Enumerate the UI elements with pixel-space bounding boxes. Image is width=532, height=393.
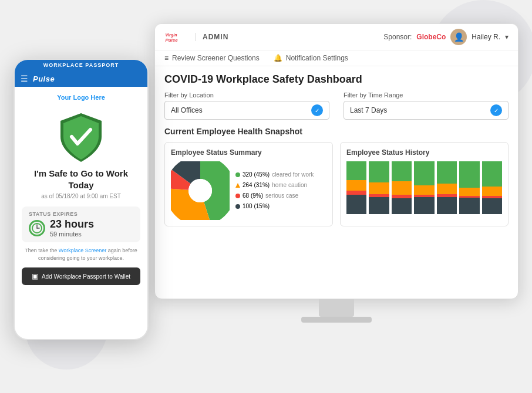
- legend-red-text: 68 (9%): [243, 191, 263, 201]
- hamburger-icon[interactable]: ☰: [21, 74, 28, 83]
- pie-legend: 320 (45%) cleared for work 264 (31%) hom…: [235, 170, 314, 212]
- status-box: STATUS EXPIRES 23 hours 59 minutes: [22, 206, 140, 242]
- nav-screener-label: Review Screener Questions: [172, 54, 260, 62]
- time-dropdown-arrow: ✓: [490, 104, 502, 116]
- wallet-button[interactable]: ▣ Add Workplace Passport to Wallet: [22, 267, 140, 285]
- bar-6: [459, 161, 479, 214]
- time-filter: Filter by Time Range Last 7 Days ✓: [344, 92, 509, 120]
- nav-item-notifications[interactable]: 🔔 Notification Settings: [274, 54, 348, 62]
- bar-1: [346, 161, 366, 214]
- bar-chart-title: Employee Status History: [346, 148, 502, 157]
- location-filter-label: Filter by Location: [164, 92, 329, 99]
- phone-logo: Pulse: [33, 74, 55, 83]
- bar-2: [369, 161, 389, 214]
- wallet-button-label: Add Workplace Passport to Wallet: [42, 273, 130, 280]
- wallet-icon: ▣: [32, 272, 38, 280]
- phone-body: Your Logo Here I'm Safe to Go to Work To…: [15, 87, 147, 292]
- dashboard-body: COVID-19 Workplace Safety Dashboard Filt…: [155, 66, 518, 233]
- legend-green-text: 320 (45%): [243, 170, 270, 180]
- nav-notifications-label: Notification Settings: [286, 54, 348, 62]
- bar-chart-card: Employee Status History: [340, 142, 509, 226]
- legend-dark-text: 100 (15%): [243, 201, 270, 212]
- desktop-monitor: Virgin Pulse ADMIN Sponsor: GlobeCo 👤 Ha…: [154, 23, 518, 328]
- dashboard-nav: ≡ Review Screener Questions 🔔 Notificati…: [155, 50, 518, 66]
- monitor-base: [301, 317, 372, 323]
- red-dot: [235, 194, 240, 198]
- legend-orange: 264 (31%) home caution: [235, 180, 314, 191]
- status-minutes: 59 minutes: [50, 231, 94, 238]
- location-filter-value: All Offices: [171, 106, 203, 114]
- snapshot-title: Current Employee Health Snapshot: [164, 127, 509, 136]
- phone-status-bar: WORKPLACE PASSPORT: [15, 60, 147, 70]
- dashboard-header: Virgin Pulse ADMIN Sponsor: GlobeCo 👤 Ha…: [155, 24, 518, 50]
- bell-icon: 🔔: [274, 54, 282, 62]
- user-avatar: 👤: [450, 29, 467, 45]
- dropdown-arrow[interactable]: ▾: [505, 33, 509, 41]
- legend-green: 320 (45%) cleared for work: [235, 170, 314, 180]
- pie-chart-area: 320 (45%) cleared for work 264 (31%) hom…: [171, 161, 326, 220]
- legend-orange-text: 264 (31%): [243, 180, 270, 191]
- nav-item-screener[interactable]: ≡ Review Screener Questions: [164, 54, 260, 62]
- monitor-stand: [319, 299, 354, 317]
- location-filter-select[interactable]: All Offices ✓: [164, 101, 329, 120]
- orange-triangle: [235, 183, 240, 188]
- pie-chart-card: Employee Status Summary: [164, 142, 333, 226]
- mobile-phone: WORKPLACE PASSPORT ☰ Pulse Your Logo Her…: [14, 59, 149, 340]
- charts-row: Employee Status Summary: [164, 142, 509, 226]
- legend-red-label: serious case: [265, 191, 298, 201]
- time-filter-value: Last 7 Days: [350, 106, 387, 114]
- sponsor-prefix: Sponsor:: [383, 33, 412, 41]
- bar-chart-area: [346, 161, 502, 214]
- svg-text:Pulse: Pulse: [165, 38, 178, 43]
- screener-text: Then take the Workplace Screener again b…: [22, 247, 140, 262]
- time-filter-label: Filter by Time Range: [344, 92, 509, 99]
- phone-header: ☰ Pulse: [15, 70, 147, 87]
- svg-text:Virgin: Virgin: [165, 32, 177, 38]
- time-filter-select[interactable]: Last 7 Days ✓: [344, 101, 509, 120]
- dark-dot: [235, 204, 240, 209]
- safe-date-text: as of 05/18/20 at 9:00 am EST: [41, 193, 121, 199]
- legend-dark: 100 (15%): [235, 201, 314, 212]
- screener-link[interactable]: Workplace Screener: [59, 248, 106, 253]
- monitor-screen: Virgin Pulse ADMIN Sponsor: GlobeCo 👤 Ha…: [154, 23, 518, 299]
- status-time: 23 hours 59 minutes: [50, 218, 94, 238]
- bar-4: [414, 161, 434, 214]
- status-expires-label: STATUS EXPIRES: [29, 211, 133, 217]
- safe-to-work-title: I'm Safe to Go to Work Today: [22, 168, 140, 191]
- legend-red: 68 (9%) serious case: [235, 191, 314, 201]
- location-dropdown-arrow: ✓: [311, 104, 323, 116]
- bar-3: [392, 161, 412, 214]
- filter-row: Filter by Location All Offices ✓ Filter …: [164, 92, 509, 120]
- legend-orange-label: home caution: [272, 180, 307, 191]
- bar-5: [437, 161, 457, 214]
- admin-label: ADMIN: [195, 33, 228, 41]
- username: Hailey R.: [472, 33, 500, 41]
- location-filter: Filter by Location All Offices ✓: [164, 92, 329, 120]
- company-logo-text: Your Logo Here: [57, 94, 105, 101]
- virgin-pulse-logo: Virgin Pulse: [164, 29, 186, 45]
- shield-icon: [58, 110, 105, 157]
- svg-point-6: [188, 179, 212, 202]
- pie-chart-svg: [171, 161, 230, 220]
- green-dot: [235, 172, 240, 177]
- sponsor-name[interactable]: GlobeCo: [416, 33, 446, 41]
- header-right: Sponsor: GlobeCo 👤 Hailey R. ▾: [383, 29, 509, 45]
- list-icon: ≡: [164, 54, 169, 62]
- dashboard-title: COVID-19 Workplace Safety Dashboard: [164, 73, 509, 86]
- clock-icon: [29, 220, 45, 236]
- legend-green-label: cleared for work: [272, 170, 314, 180]
- pie-chart-title: Employee Status Summary: [171, 148, 326, 157]
- screener-text-before: Then take the: [25, 248, 59, 253]
- bar-7: [482, 161, 502, 214]
- logo-area: Virgin Pulse: [164, 29, 186, 45]
- status-hours: 23 hours: [50, 218, 94, 231]
- status-hours-row: 23 hours 59 minutes: [29, 218, 133, 238]
